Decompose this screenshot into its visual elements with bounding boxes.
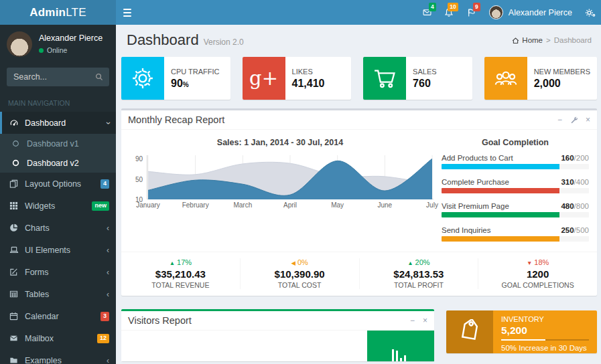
content-wrapper: Dashboard Version 2.0 Home > Dashboard C… (116, 25, 601, 364)
top-navbar: 4 10 9 Alexander Pierce (116, 0, 601, 25)
close-icon[interactable]: × (586, 116, 590, 124)
chevron-left-icon: ‹ (107, 290, 109, 299)
sidebar-user-name: Alexander Pierce (39, 33, 103, 43)
sidebar-item-layout-options[interactable]: Layout Options 4 (0, 173, 116, 195)
progress-group-complete-purchase: Complete Purchase310/400 (442, 178, 589, 193)
breadcrumb-separator: > (546, 36, 551, 44)
stat-label: TOTAL PROFIT (360, 281, 478, 289)
progress-bar (442, 236, 559, 242)
search-input[interactable] (7, 68, 89, 86)
inventory-info-box: INVENTORY 5,200 50% Increase in 30 Days (446, 310, 597, 353)
info-box-value: 2,000 (534, 78, 590, 90)
progress-value: 480/800 (561, 202, 589, 210)
sales-chart-area: Sales: 1 Jan, 2014 - 30 Jul, 2014 905010… (129, 135, 442, 250)
gear-icon (121, 57, 164, 100)
brand-bold: Admin (29, 6, 66, 19)
widgets-badge: new (92, 201, 109, 211)
visitors-stats-pane (367, 331, 434, 361)
chevron-down-icon: ‹ (103, 122, 113, 124)
layout-options-badge: 4 (101, 179, 109, 189)
inventory-value: 5,200 (501, 325, 589, 337)
progress-value: 250/500 (561, 226, 589, 234)
sidebar-item-label: Forms (25, 268, 48, 277)
info-box-sales: SALES 760 (363, 57, 472, 100)
breadcrumb-home-link[interactable]: Home (512, 36, 543, 44)
tasks-menu[interactable]: 9 (460, 0, 482, 25)
info-box-value: 760 (413, 78, 436, 90)
progress-value: 160/200 (561, 154, 589, 162)
shopping-cart-icon (363, 57, 406, 100)
notifications-menu[interactable]: 10 (438, 0, 460, 25)
progress-label: Add Products to Cart (442, 154, 513, 162)
progress-value: 310/400 (561, 178, 589, 186)
sidebar-section-label: MAIN NAVIGATION (0, 93, 116, 112)
user-menu[interactable]: Alexander Pierce (482, 0, 579, 25)
caret-left-icon: ◀ (291, 260, 295, 266)
caret-up-icon: ▲ (407, 260, 413, 266)
sidebar-item-forms[interactable]: Forms ‹ (0, 261, 116, 283)
breadcrumb: Home > Dashboard (512, 36, 592, 44)
progress-bar (442, 212, 559, 217)
stat-label: TOTAL REVENUE (121, 281, 240, 289)
sidebar-user-panel: Alexander Pierce Online (0, 25, 116, 65)
sales-chart-y-axis: 905010 (129, 155, 144, 199)
sidebar-search (7, 68, 109, 86)
stat-total-profit: ▲20% $24,813.53 TOTAL PROFIT (360, 258, 479, 289)
stat-total-cost: ◀0% $10,390.90 TOTAL COST (241, 258, 360, 289)
envelope-icon (9, 334, 19, 343)
sales-area-chart (147, 155, 433, 199)
sidebar-item-examples[interactable]: Examples ‹ (0, 349, 116, 364)
calendar-badge: 3 (101, 312, 109, 321)
info-box-label: LIKES (292, 68, 325, 76)
inventory-description: 50% Increase in 30 Days (501, 344, 589, 352)
online-status-dot (39, 48, 44, 53)
sidebar-item-label: Calendar (25, 312, 59, 321)
inventory-progress-bar (501, 339, 545, 341)
sidebar-item-dashboard-v2[interactable]: Dashboard v2 (0, 153, 116, 173)
sidebar-item-dashboard-v1[interactable]: Dashboard v1 (0, 134, 116, 153)
sidebar-item-label: Dashboard v1 (27, 139, 79, 149)
sidebar-item-label: Widgets (25, 201, 55, 211)
wrench-icon[interactable] (570, 116, 578, 124)
tag-icon (446, 310, 493, 353)
sidebar-user-status[interactable]: Online (39, 46, 103, 54)
search-button[interactable] (89, 68, 109, 86)
sidebar-item-label: Dashboard v2 (27, 159, 79, 168)
sidebar-item-label: Examples (25, 356, 62, 364)
caret-up-icon: ▲ (170, 260, 175, 266)
sidebar-item-widgets[interactable]: Widgets new (0, 195, 116, 217)
sidebar-item-label: Tables (25, 290, 49, 299)
progress-group-send-inquiries: Send Inquiries250/500 (442, 226, 589, 242)
collapse-button[interactable]: − (557, 116, 562, 124)
close-icon[interactable]: × (423, 316, 427, 325)
info-box-value: 90% (171, 78, 220, 90)
calendar-icon (9, 312, 19, 321)
breadcrumb-current: Dashboard (554, 36, 592, 44)
messages-menu[interactable]: 4 (416, 0, 438, 25)
info-box-likes: g+ LIKES 41,410 (243, 57, 352, 100)
sidebar-item-ui-elements[interactable]: UI Elements ‹ (0, 239, 116, 261)
notifications-badge: 10 (448, 3, 458, 11)
chevron-left-icon: ‹ (107, 246, 109, 255)
info-box-value: 41,410 (292, 78, 325, 90)
sidebar-item-calendar[interactable]: Calendar 3 (0, 305, 116, 327)
folder-icon (9, 356, 19, 364)
edit-icon (9, 268, 19, 276)
sidebar-item-mailbox[interactable]: Mailbox 12 (0, 327, 116, 349)
sidebar-item-charts[interactable]: Charts ‹ (0, 217, 116, 239)
stat-label: GOAL COMPLETIONS (478, 281, 597, 289)
chevron-left-icon: ‹ (107, 356, 109, 364)
user-name: Alexander Pierce (509, 8, 572, 17)
sidebar-item-dashboard[interactable]: Dashboard ‹ (0, 112, 116, 134)
brand-logo[interactable]: AdminLTE (0, 0, 116, 25)
sidebar-item-tables[interactable]: Tables ‹ (0, 283, 116, 305)
home-icon (512, 37, 519, 44)
sidebar-item-label: UI Elements (25, 246, 70, 255)
sidebar-toggle-button[interactable] (116, 0, 139, 25)
user-avatar (489, 5, 503, 19)
search-icon (95, 73, 103, 81)
collapse-button[interactable]: − (410, 316, 415, 325)
progress-bar (442, 164, 559, 169)
control-sidebar-toggle[interactable] (579, 0, 601, 25)
main-sidebar: Alexander Pierce Online MAIN NAVIGATION … (0, 25, 116, 364)
